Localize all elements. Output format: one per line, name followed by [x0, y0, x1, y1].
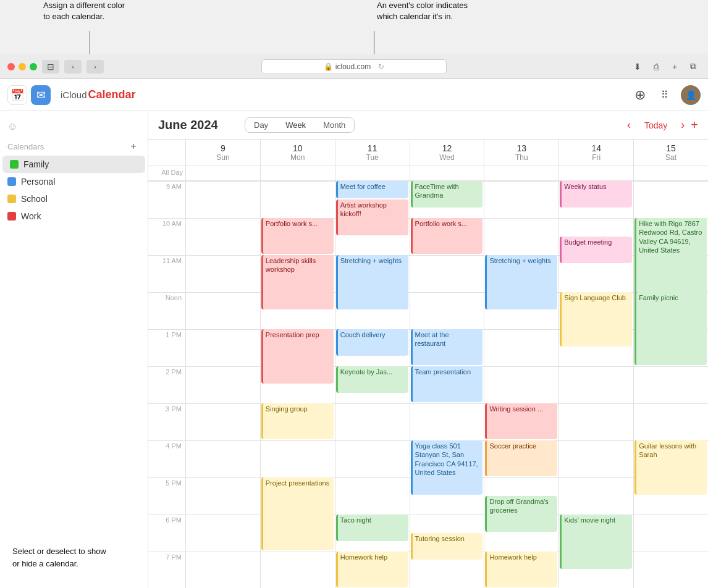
event-e7[interactable]: Budget meeting	[560, 237, 632, 263]
event-e17[interactable]: Keynote by Jas...	[336, 366, 408, 393]
event-e12[interactable]: Sign Language Club	[560, 292, 632, 346]
time-cell-0-1[interactable]	[260, 181, 335, 218]
time-cell-5-5[interactable]	[558, 366, 633, 403]
event-e27[interactable]: Kids' movie night	[560, 514, 632, 569]
time-cell-1-4[interactable]	[484, 218, 558, 255]
time-cell-9-0[interactable]	[185, 514, 260, 552]
add-event-button[interactable]: +	[691, 118, 698, 132]
time-cell-7-0[interactable]	[185, 440, 260, 477]
event-e26[interactable]: Taco night	[336, 514, 408, 541]
new-tab-button[interactable]: +	[667, 60, 682, 74]
time-cell-0-0[interactable]	[185, 181, 260, 218]
minimize-button[interactable]	[19, 63, 26, 70]
address-bar[interactable]: 🔒 icloud.com ↻	[261, 59, 447, 74]
event-e24[interactable]: Project presentations	[261, 477, 334, 550]
month-view-button[interactable]: Month	[314, 118, 354, 132]
maximize-button[interactable]	[30, 63, 37, 70]
event-e1[interactable]: Meet for coffee	[336, 181, 408, 198]
event-e5[interactable]: Portfolio work s...	[261, 218, 334, 254]
event-e30[interactable]: Homework help	[485, 552, 557, 587]
time-cell-4-0[interactable]	[185, 329, 260, 366]
time-cell-5-6[interactable]	[633, 366, 708, 403]
cal-checkbox-personal[interactable]	[7, 177, 16, 186]
time-cell-10-6[interactable]	[633, 552, 708, 588]
time-cell-8-0[interactable]	[185, 477, 260, 514]
time-cell-9-6[interactable]	[633, 514, 708, 552]
event-e2[interactable]: Artist workshop kickoff!	[336, 200, 408, 235]
event-e10[interactable]: Stretching + weights	[336, 255, 408, 309]
time-cell-8-2[interactable]	[335, 477, 410, 514]
time-cell-5-0[interactable]	[185, 366, 260, 403]
time-cell-7-2[interactable]	[335, 440, 410, 477]
event-e11[interactable]: Stretching + weights	[485, 255, 557, 309]
add-calendar-sidebar-button[interactable]: +	[127, 140, 140, 153]
time-cell-8-5[interactable]	[558, 477, 633, 514]
time-cell-4-4[interactable]	[484, 329, 558, 366]
time-cell-10-1[interactable]	[260, 552, 335, 588]
cal-label-family: Family	[23, 159, 49, 169]
time-cell-3-0[interactable]	[185, 292, 260, 329]
time-cell-6-5[interactable]	[558, 403, 633, 440]
time-cell-10-0[interactable]	[185, 552, 260, 588]
sidebar-item-school[interactable]: School	[0, 190, 148, 208]
week-view-button[interactable]: Week	[277, 118, 314, 132]
forward-button[interactable]: ›	[86, 60, 104, 74]
sidebar-item-personal[interactable]: Personal	[0, 173, 148, 190]
time-cell-0-6[interactable]	[633, 181, 708, 218]
today-button[interactable]: Today	[637, 118, 675, 133]
event-e22[interactable]: Soccer practice	[485, 440, 557, 476]
sidebar-smile-button[interactable]: ☺	[7, 121, 17, 132]
close-button[interactable]	[7, 63, 15, 70]
time-cell-5-4[interactable]	[484, 366, 558, 403]
sidebar-item-work[interactable]: Work	[0, 208, 148, 225]
time-cell-1-0[interactable]	[185, 218, 260, 255]
all-day-row: All Day	[148, 166, 708, 181]
reload-icon[interactable]: ↻	[378, 62, 384, 71]
event-e19[interactable]: Singing group	[261, 403, 334, 439]
event-e23[interactable]: Guitar lessons with Sarah	[634, 440, 707, 495]
time-cell-6-3[interactable]	[410, 403, 484, 440]
event-e20[interactable]: Writing session ...	[485, 403, 557, 439]
event-e18[interactable]: Team presentation	[411, 366, 483, 402]
prev-week-button[interactable]: ‹	[623, 117, 634, 133]
event-e6[interactable]: Portfolio work s...	[411, 218, 483, 254]
event-e15[interactable]: Couch delivery	[336, 329, 408, 356]
user-avatar[interactable]: 👤	[681, 85, 701, 105]
time-cell-0-4[interactable]	[484, 181, 558, 218]
event-e28[interactable]: Tutoring session	[411, 533, 483, 560]
back-button[interactable]: ‹	[64, 60, 82, 74]
calendar-app-icon[interactable]: 📅	[7, 85, 27, 105]
time-cell-2-3[interactable]	[410, 255, 484, 292]
time-cell-3-3[interactable]	[410, 292, 484, 329]
tabs-button[interactable]: ⧉	[686, 60, 701, 74]
share-button[interactable]: ⎙	[649, 60, 664, 74]
cal-checkbox-school[interactable]	[7, 195, 16, 203]
time-cell-6-0[interactable]	[185, 403, 260, 440]
event-e9[interactable]: Leadership skills workshop	[261, 255, 334, 309]
cal-checkbox-work[interactable]	[7, 212, 16, 220]
event-e21[interactable]: Yoga class 501 Stanyan St, San Francisco…	[411, 440, 483, 495]
event-e14[interactable]: Presentation prep	[261, 329, 334, 384]
day-view-button[interactable]: Day	[245, 118, 277, 132]
event-e25[interactable]: Drop off Grandma's groceries	[485, 496, 557, 532]
time-cell-7-1[interactable]	[260, 440, 335, 477]
cal-label-work: Work	[21, 211, 41, 221]
sidebar-toggle-button[interactable]: ⊟	[42, 60, 59, 74]
event-e3[interactable]: FaceTime with Grandma	[411, 181, 483, 208]
event-e13[interactable]: Family picnic	[634, 292, 707, 365]
grid-view-button[interactable]: ⠿	[656, 86, 673, 104]
download-button[interactable]: ⬇	[630, 60, 645, 74]
sidebar-item-family[interactable]: Family	[2, 156, 145, 173]
event-e16[interactable]: Meet at the restaurant	[411, 329, 483, 365]
add-calendar-button[interactable]: ⊕	[631, 86, 649, 104]
cal-checkbox-family[interactable]	[10, 160, 19, 169]
time-cell-2-0[interactable]	[185, 255, 260, 292]
day-headers: 9Sun10Mon11Tue12Wed13Thu14Fri15Sat	[148, 140, 708, 166]
event-e4[interactable]: Weekly status	[560, 181, 632, 208]
time-cell-6-2[interactable]	[335, 403, 410, 440]
time-cell-7-5[interactable]	[558, 440, 633, 477]
time-cell-6-6[interactable]	[633, 403, 708, 440]
mail-app-icon[interactable]: ✉	[31, 85, 51, 105]
event-e29[interactable]: Homework help	[336, 552, 408, 587]
next-week-button[interactable]: ›	[677, 117, 688, 133]
